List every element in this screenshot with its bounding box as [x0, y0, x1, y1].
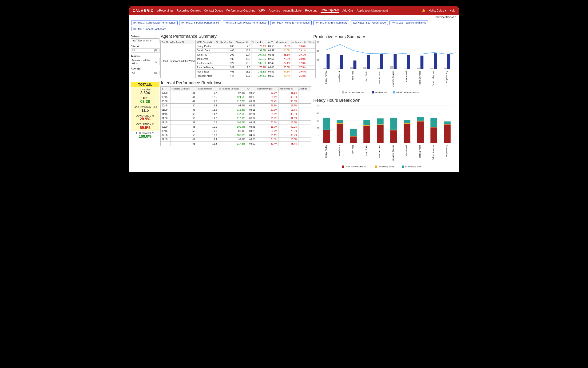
nav-analytics[interactable]: Analytics — [269, 9, 280, 12]
interval-table[interactable]: Handled ContactsTasks per Hour% Handled … — [160, 86, 311, 146]
filter-dates[interactable]: last 7 Day of Month — [131, 38, 159, 43]
svg-rect-98 — [402, 166, 404, 168]
svg-rect-17 — [327, 54, 330, 69]
svg-rect-59 — [337, 120, 343, 123]
agent-summary-table[interactable]: SiteWFM TeamWFM Person Na…Handled Co…Tas… — [160, 40, 316, 78]
svg-rect-56 — [323, 118, 330, 130]
svg-text:Total Wrap Hours: Total Wrap Hours — [378, 166, 395, 168]
svg-text:John Smith: John Smith — [365, 71, 367, 82]
svg-rect-21 — [380, 54, 383, 69]
nav-reporting[interactable]: Reporting — [305, 9, 317, 12]
help-link[interactable]: Help — [449, 9, 455, 12]
svg-text:Prashant Arora: Prashant Arora — [419, 145, 421, 159]
productive-hours-chart[interactable]: 204060Dmitry PavlovDonald DuckJohn KingJ… — [313, 40, 456, 96]
table-row[interactable]: 02:45419.493.6%04:0864.3%20.0% — [161, 138, 311, 142]
svg-rect-64 — [363, 125, 370, 126]
svg-rect-68 — [377, 119, 384, 124]
table-row[interactable]: 00:00219.797.4%04:0466.0%21.1% — [161, 91, 311, 95]
dashboard-tab[interactable]: [WFM]1.2_Intraday Performance — [179, 20, 221, 25]
topbar: CALABRIO RecordingsRecording ControlsCon… — [129, 6, 459, 15]
svg-text:Jon Kleinsmith: Jon Kleinsmith — [378, 71, 381, 85]
nav-contact-queue[interactable]: Contact Queue — [204, 9, 223, 12]
filter-agents[interactable]: All(339) — [131, 71, 159, 75]
dashboard-tab[interactable]: [WFM]1.3_Last Weeks Performance — [223, 20, 269, 25]
svg-text:Stephen Bay: Stephen Bay — [446, 145, 448, 157]
svg-text:Robert Klashner: Robert Klashner — [432, 71, 434, 86]
svg-rect-19 — [353, 61, 357, 69]
svg-text:Total Talk/Work Hours: Total Talk/Work Hours — [345, 166, 366, 168]
filter-sites[interactable]: All(18) — [131, 48, 159, 53]
edit-dashboard-link[interactable]: EDIT DASHBOARD — [435, 16, 456, 18]
totals-row: ATTENDANCE %100.0% — [131, 131, 159, 140]
svg-text:John King: John King — [352, 71, 354, 80]
nav-application-management[interactable]: Application Management — [357, 9, 388, 12]
agent-summary-title: Agent Performance Summary — [161, 34, 311, 39]
svg-text:50: 50 — [316, 105, 319, 107]
svg-text:10: 10 — [316, 134, 319, 137]
svg-rect-96 — [375, 166, 377, 168]
table-row[interactable]: 02:15509.191.3%04:2066.0%22.2% — [161, 129, 311, 133]
svg-rect-74 — [404, 120, 410, 123]
dashboard-tab[interactable]: [WFM]1.4_Monthly Performance — [270, 20, 312, 25]
nav-recording-controls[interactable]: Recording Controls — [177, 9, 201, 12]
totals-row: ADHERENCE %28.9% — [131, 113, 159, 122]
svg-rect-9 — [363, 67, 367, 69]
svg-rect-94 — [342, 166, 344, 168]
filter-agents-label: Agent(s) — [131, 67, 159, 70]
center-column: Agent Performance Summary SiteWFM TeamWF… — [160, 33, 311, 171]
user-menu[interactable]: Hello, Calab — [429, 9, 447, 12]
totals-header: TOTALS: — [131, 82, 159, 87]
svg-rect-80 — [430, 118, 437, 127]
svg-rect-79 — [430, 127, 437, 127]
svg-text:Juancho Bansag: Juancho Bansag — [392, 71, 394, 87]
table-row[interactable]: 01:305611.8117.9%03:3771.0%31.6% — [161, 116, 311, 120]
totals-row: AHT03:38 — [131, 96, 159, 105]
table-row[interactable]: 02:004810.1101.4%03:4663.7%50.0% — [161, 125, 311, 129]
nav-wfm[interactable]: WFM — [258, 9, 265, 12]
svg-rect-61 — [350, 136, 357, 136]
svg-rect-63 — [363, 126, 370, 143]
table-row[interactable]: 00:45309.494.4%02:5946.9%29.7% — [161, 104, 311, 108]
dashboard-tab[interactable]: [WFM]1.5_Shrink Summary — [313, 20, 349, 25]
svg-rect-26 — [447, 54, 450, 69]
svg-rect-54 — [323, 130, 330, 143]
dashboard-tab[interactable]: [WFM]3.1_Agent Dashboard — [131, 27, 168, 31]
main-nav: RecordingsRecording ControlsContact Queu… — [159, 9, 388, 13]
svg-rect-66 — [377, 125, 384, 143]
nav-performance-coaching[interactable]: Performance Coaching — [227, 9, 255, 12]
table-row[interactable]: 01:003811.5115.3%03:1161.3%16.7% — [161, 108, 311, 112]
home-icon[interactable] — [157, 9, 159, 12]
table-row[interactable]: CloudTeam Around the WorldDmitry Pavlov2… — [161, 44, 316, 48]
svg-rect-70 — [390, 130, 397, 130]
table-row[interactable]: 00:304111.8117.7%03:3269.4%33.3% — [161, 99, 311, 104]
totals-row: OCCUPANCY %69.5% — [131, 122, 159, 131]
table-row[interactable]: 5611.8117.6%03:0259.4%33.4% — [161, 142, 311, 146]
svg-rect-71 — [390, 118, 397, 130]
ready-hours-chart[interactable]: 1020304050Dmitry PavlovDonald DuckJohn K… — [313, 104, 456, 170]
nav-add-ons[interactable]: Add-Ons — [342, 9, 353, 12]
svg-text:Juancho Bansag: Juancho Bansag — [392, 145, 394, 161]
svg-rect-78 — [430, 127, 437, 143]
filter-panel: Date(s) last 7 Day of Month Site(s) All(… — [131, 33, 159, 171]
dashboard-tab[interactable]: [WFM]1.1_Current Day Performance — [131, 20, 178, 25]
table-row[interactable]: 01:156814.7147.1%02:3161.8%33.3% — [161, 112, 311, 116]
svg-text:John King: John King — [352, 145, 354, 155]
svg-text:Donald Duck: Donald Duck — [338, 145, 341, 157]
table-row[interactable]: 01:454910.9108.7%03:1960.1%26.3% — [161, 120, 311, 125]
nav-agent-explorer[interactable]: Agent Explorer — [283, 9, 302, 12]
nav-recordings[interactable]: Recordings — [159, 9, 173, 12]
nav-data-explorer[interactable]: Data Explorer — [321, 9, 339, 13]
svg-text:Donald Duck: Donald Duck — [338, 71, 341, 83]
table-row[interactable]: 02:305810.9108.8%04:1276.1%33.2% — [161, 133, 311, 138]
svg-text:John Smith: John Smith — [365, 145, 367, 156]
table-row[interactable]: 00:154112.5124.5%03:1366.6%40.0% — [161, 95, 311, 99]
svg-rect-72 — [404, 124, 410, 143]
svg-text:20: 20 — [316, 59, 319, 61]
svg-rect-42 — [393, 91, 395, 93]
svg-text:Pierre Baldi: Pierre Baldi — [405, 71, 408, 82]
dashboard-tab[interactable]: [WFM]2.1_Site Performance — [351, 20, 388, 25]
dashboard-tab[interactable]: [WFM]2.2_Team Performance — [389, 20, 428, 25]
filter-teams[interactable]: Team Around the Wo…(1) — [131, 58, 159, 65]
totals-row: Tasks Per Ready Hour11.5 — [131, 105, 159, 113]
notifications-icon[interactable] — [422, 9, 425, 12]
